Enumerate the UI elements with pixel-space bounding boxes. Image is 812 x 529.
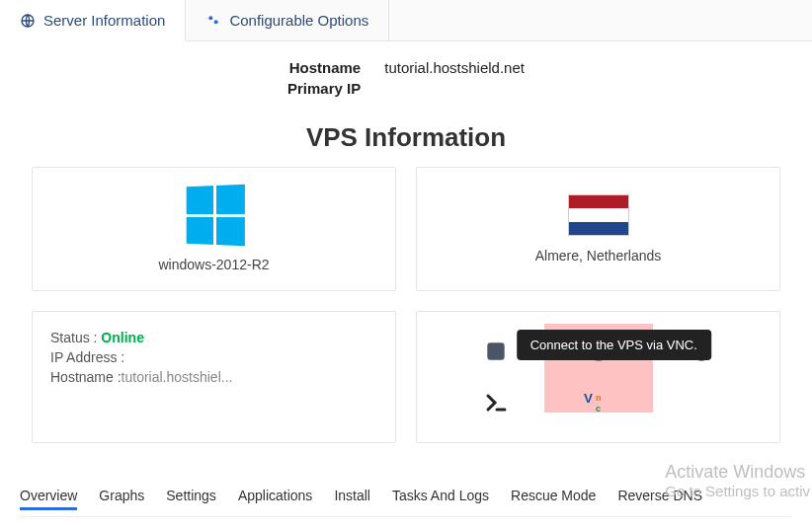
svg-text:V: V bbox=[584, 391, 593, 406]
os-caption: windows-2012-R2 bbox=[158, 257, 269, 272]
hostname-label: Hostname bbox=[287, 59, 361, 76]
tab-configurable-options[interactable]: Configurable Options bbox=[186, 0, 389, 40]
section-title: VPS Information bbox=[0, 122, 812, 153]
tab-install[interactable]: Install bbox=[334, 488, 370, 510]
watermark-line1: Activate Windows bbox=[665, 461, 810, 484]
hostname-value: tutorial.hostshield.net bbox=[384, 59, 525, 76]
stop-button[interactable] bbox=[480, 336, 512, 367]
location-caption: Almere, Netherlands bbox=[535, 248, 662, 264]
tab-settings[interactable]: Settings bbox=[166, 488, 216, 510]
tab-server-information[interactable]: Server Information bbox=[0, 0, 186, 41]
actions-card: Connect to the VPS via VNC. Vnc bbox=[416, 311, 780, 443]
tab-reverse-dns[interactable]: Reverse DNS bbox=[617, 488, 702, 510]
status-line: Status : Online bbox=[50, 330, 144, 345]
globe-icon bbox=[20, 13, 36, 29]
console-button[interactable] bbox=[480, 387, 512, 418]
tab-graphs[interactable]: Graphs bbox=[99, 488, 144, 510]
cogs-icon bbox=[205, 13, 221, 29]
netherlands-flag-icon bbox=[568, 194, 629, 236]
vps-cards: windows-2012-R2 Almere, Netherlands Stat… bbox=[0, 167, 812, 443]
tab-tasks-and-logs[interactable]: Tasks And Logs bbox=[392, 488, 489, 510]
primary-ip-value bbox=[384, 80, 525, 97]
svg-text:c: c bbox=[596, 404, 601, 414]
placeholder-button bbox=[686, 387, 717, 418]
server-info-block: Hostname tutorial.hostshield.net Primary… bbox=[0, 41, 812, 105]
tab-server-information-label: Server Information bbox=[43, 12, 165, 29]
hostname-value-2: tutorial.hostshiel... bbox=[122, 369, 233, 385]
vnc-tooltip: Connect to the VPS via VNC. bbox=[517, 330, 711, 360]
primary-ip-label: Primary IP bbox=[287, 80, 361, 97]
top-tabs: Server Information Configurable Options bbox=[0, 0, 812, 41]
windows-icon bbox=[186, 185, 244, 247]
status-card: Status : Online IP Address : Hostname :t… bbox=[32, 311, 396, 443]
hostname-label-2: Hostname : bbox=[50, 369, 122, 385]
tab-applications[interactable]: Applications bbox=[238, 488, 313, 510]
svg-point-1 bbox=[209, 16, 213, 20]
hostname-line: Hostname :tutorial.hostshiel... bbox=[50, 369, 232, 385]
svg-point-2 bbox=[214, 20, 218, 24]
location-card: Almere, Netherlands bbox=[416, 167, 780, 291]
vnc-button[interactable]: Vnc bbox=[583, 387, 614, 418]
ip-line: IP Address : bbox=[50, 349, 124, 365]
os-card: windows-2012-R2 bbox=[32, 167, 396, 291]
ip-label: IP Address : bbox=[50, 349, 124, 365]
bottom-tabs: Overview Graphs Settings Applications In… bbox=[20, 488, 792, 517]
status-value: Online bbox=[101, 330, 144, 345]
svg-rect-3 bbox=[487, 342, 504, 359]
tab-rescue-mode[interactable]: Rescue Mode bbox=[511, 488, 596, 510]
svg-text:n: n bbox=[596, 393, 602, 403]
tab-configurable-options-label: Configurable Options bbox=[229, 12, 368, 29]
tab-overview[interactable]: Overview bbox=[20, 488, 77, 510]
status-label: Status : bbox=[50, 330, 97, 345]
